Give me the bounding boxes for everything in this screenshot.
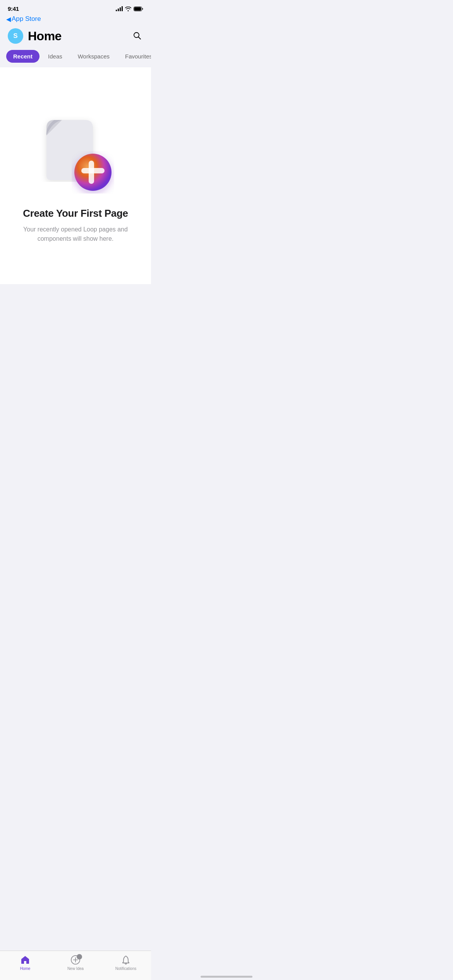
header: S Home: [0, 25, 151, 48]
status-time: 9:41: [8, 5, 19, 12]
battery-icon: [134, 7, 143, 11]
status-bar: 9:41: [0, 0, 151, 14]
avatar[interactable]: S: [8, 28, 23, 44]
signal-icon: [116, 6, 123, 11]
tab-recent[interactable]: Recent: [6, 50, 39, 63]
add-circle-icon: [72, 151, 114, 194]
back-chevron-icon: ◀: [6, 15, 11, 23]
svg-rect-1: [134, 7, 141, 10]
search-icon: [132, 31, 142, 40]
back-label: App Store: [12, 15, 41, 23]
tab-bar-top: Recent Ideas Workspaces Favourites: [0, 48, 151, 67]
tab-workspaces[interactable]: Workspaces: [71, 50, 117, 63]
search-button[interactable]: [131, 29, 143, 43]
empty-state-illustration: [37, 116, 114, 194]
empty-state-subtitle: Your recently opened Loop pages and comp…: [21, 225, 130, 243]
page-title: Home: [28, 29, 62, 43]
tab-favourites[interactable]: Favourites: [118, 50, 151, 63]
svg-rect-5: [81, 168, 105, 173]
header-left: S Home: [8, 28, 62, 44]
status-icons: [116, 6, 143, 11]
main-content: Create Your First Page Your recently ope…: [0, 67, 151, 284]
wifi-icon: [125, 7, 131, 11]
back-navigation[interactable]: ◀ App Store: [0, 14, 151, 25]
empty-state-title: Create Your First Page: [23, 207, 128, 219]
tab-ideas[interactable]: Ideas: [41, 50, 69, 63]
